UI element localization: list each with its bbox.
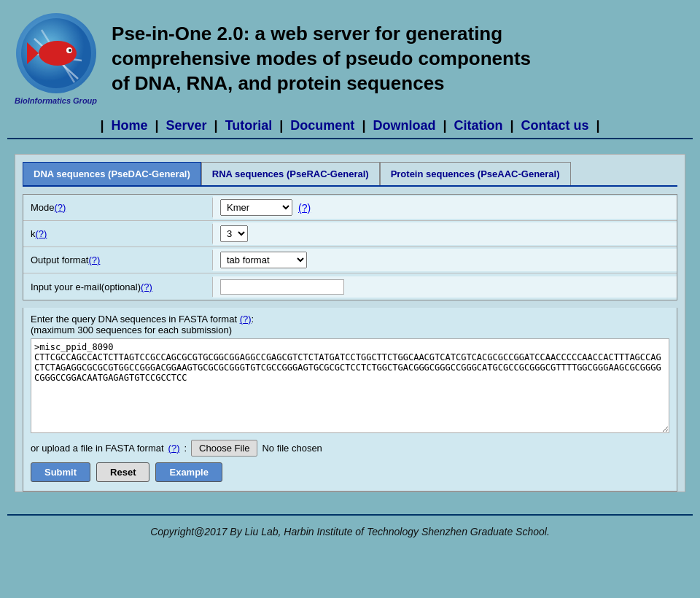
tab-protein[interactable]: Protein sequences (PseAAC-General) (380, 162, 571, 185)
query-section: Enter the query DNA sequences in FASTA f… (23, 308, 677, 492)
buttons-row: Submit Reset Example (31, 462, 669, 482)
choose-file-button[interactable]: Choose File (191, 440, 257, 457)
upload-label: or upload a file in FASTA format (31, 443, 164, 454)
main-content: DNA sequences (PseDAC-General) RNA seque… (15, 154, 685, 492)
upload-help-link[interactable]: (?) (168, 443, 180, 454)
k-control: 1 2 3 4 5 (213, 222, 677, 245)
logo-svg (20, 17, 93, 90)
output-help-link[interactable]: (?) (88, 255, 100, 265)
query-textarea[interactable]: >misc_ppid_8090 CTTCGCCAGCCACTCTTAGTCCGC… (31, 338, 669, 433)
k-label: k(?) (23, 224, 213, 244)
svg-point-4 (39, 41, 77, 66)
nav-citation[interactable]: Citation (454, 118, 502, 133)
k-help-link[interactable]: (?) (36, 228, 47, 239)
tab-rna[interactable]: RNA sequences (PseRAC-General) (201, 162, 380, 185)
mode-row: Mode(?) Kmer PseKNC PCPseDNC PCPseTNC SC… (23, 195, 677, 221)
nav-server[interactable]: Server (166, 118, 207, 133)
no-file-text: No file chosen (262, 443, 322, 454)
nav-bar: | Home | Server | Tutorial | Document | … (0, 112, 700, 138)
nav-contact[interactable]: Contact us (521, 118, 589, 133)
site-title: Pse-in-One 2.0: a web server for generat… (112, 22, 531, 96)
mode-help2-link[interactable]: (?) (298, 202, 311, 214)
query-help-link[interactable]: (?) (240, 314, 252, 325)
output-row: Output format(?) tab format csv format s… (23, 247, 677, 273)
tab-dna[interactable]: DNA sequences (PseDAC-General) (23, 162, 201, 185)
logo-circle (16, 13, 96, 93)
form-area: Mode(?) Kmer PseKNC PCPseDNC PCPseTNC SC… (23, 194, 677, 300)
nav-divider (7, 138, 693, 139)
output-select[interactable]: tab format csv format svmlight format (220, 252, 307, 268)
bioinformatics-label: BioInformatics Group (15, 96, 97, 105)
email-control (213, 276, 677, 298)
copyright-text: Copyright@2017 By Liu Lab, Harbin Instit… (150, 526, 550, 537)
mode-help-link[interactable]: (?) (55, 202, 66, 213)
email-row: Input your e-mail(optional)(?) (23, 273, 677, 300)
tabs: DNA sequences (PseDAC-General) RNA seque… (23, 162, 677, 187)
logo-container: BioInformatics Group (15, 13, 97, 105)
nav-document[interactable]: Document (290, 118, 354, 133)
mode-control: Kmer PseKNC PCPseDNC PCPseTNC SCPseDNC S… (213, 196, 677, 219)
nav-tutorial[interactable]: Tutorial (225, 118, 273, 133)
reset-button[interactable]: Reset (96, 462, 149, 482)
upload-row: or upload a file in FASTA format (?): Ch… (31, 440, 669, 457)
mode-select[interactable]: Kmer PseKNC PCPseDNC PCPseTNC SCPseDNC S… (220, 199, 292, 216)
query-sublabel: (maximum 300 sequences for each submissi… (31, 325, 232, 335)
email-label: Input your e-mail(optional)(?) (23, 277, 213, 297)
mode-label: Mode(?) (23, 198, 213, 217)
header: BioInformatics Group Pse-in-One 2.0: a w… (0, 0, 700, 112)
k-row: k(?) 1 2 3 4 5 (23, 221, 677, 247)
k-select[interactable]: 1 2 3 4 5 (220, 225, 248, 242)
svg-point-7 (69, 49, 71, 52)
query-label: Enter the query DNA sequences in FASTA f… (31, 314, 669, 335)
output-control: tab format csv format svmlight format (213, 249, 677, 271)
email-input[interactable] (220, 279, 344, 295)
submit-button[interactable]: Submit (31, 462, 90, 482)
nav-download[interactable]: Download (373, 118, 435, 133)
nav-home[interactable]: Home (111, 118, 147, 133)
email-help-link[interactable]: (?) (141, 281, 152, 292)
output-label: Output format(?) (23, 250, 213, 270)
example-button[interactable]: Example (155, 462, 222, 482)
footer: Copyright@2017 By Liu Lab, Harbin Instit… (0, 516, 700, 548)
